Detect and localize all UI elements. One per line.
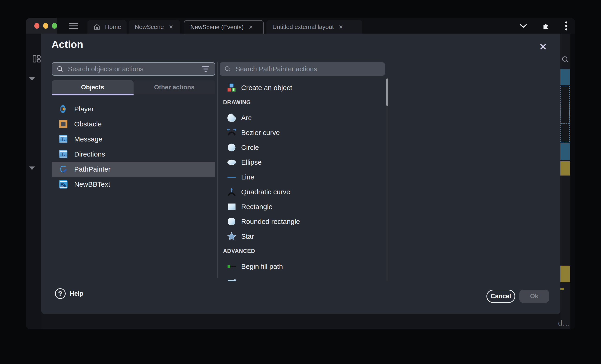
tab-newscene[interactable]: NewScene ×: [129, 20, 180, 34]
tab-close-icon[interactable]: ×: [248, 24, 253, 30]
help-button[interactable]: ? Help: [55, 288, 83, 299]
tab-label: Home: [105, 23, 121, 30]
tab-label: NewScene: [135, 23, 164, 30]
action-item-begin-fill-path[interactable]: Begin fill path: [220, 259, 385, 274]
scene-selection-dashed: [561, 86, 570, 142]
object-label: Player: [74, 105, 94, 113]
action-item-arc[interactable]: Arc: [220, 110, 385, 125]
panel-divider: [217, 62, 218, 278]
svg-text:x: x: [64, 138, 65, 142]
tree-collapse-arrow[interactable]: [29, 166, 35, 170]
ellipse-icon: [226, 157, 237, 168]
close-window-button[interactable]: [34, 23, 40, 29]
tab-label: Objects: [81, 84, 104, 91]
tab-newscene-events[interactable]: NewScene (Events) ×: [184, 20, 264, 34]
help-label: Help: [70, 290, 83, 297]
filter-icon[interactable]: [201, 65, 210, 73]
action-item-rectangle[interactable]: Rectangle: [220, 199, 385, 214]
dialog-close-button[interactable]: ×: [536, 40, 550, 54]
cancel-button[interactable]: Cancel: [486, 290, 515, 303]
objects-search-input[interactable]: [68, 65, 197, 73]
scene-object-block: [561, 69, 570, 85]
action-label: Rectangle: [241, 203, 272, 211]
action-item-star[interactable]: Star: [220, 229, 385, 244]
fill-path-partial-icon: [226, 279, 237, 281]
actions-search-box: [220, 62, 385, 76]
object-item-directions[interactable]: T x Directions: [52, 147, 215, 162]
chevron-down-icon[interactable]: [519, 23, 527, 29]
scene-object-block: [561, 288, 564, 290]
svg-text:T: T: [61, 136, 64, 142]
tab-close-icon[interactable]: ×: [169, 23, 174, 30]
action-item-create-an-object[interactable]: Create an object: [220, 80, 385, 95]
tab-other-actions[interactable]: Other actions: [134, 80, 215, 94]
action-label: Create an object: [241, 84, 292, 92]
actions-scrollbar-thumb[interactable]: [386, 78, 388, 106]
begin-fill-path-icon: [226, 261, 237, 272]
truncated-background-text: d...: [558, 319, 570, 327]
extensions-puzzle-icon[interactable]: [542, 21, 551, 30]
events-editor-left-edge: [26, 34, 41, 329]
pathpainter-icon: [59, 165, 68, 174]
minimize-window-button[interactable]: [43, 23, 48, 29]
tab-objects[interactable]: Objects: [52, 80, 134, 94]
action-item-partial[interactable]: [220, 277, 385, 281]
object-item-message[interactable]: T x Message: [52, 132, 215, 147]
object-label: PathPainter: [74, 165, 110, 173]
dialog-left-tabs: Objects Other actions: [52, 80, 215, 94]
create-object-icon: [226, 82, 237, 93]
action-item-rounded-rectangle[interactable]: Rounded rectangle: [220, 214, 385, 229]
object-label: Directions: [74, 150, 105, 158]
text-object-icon: T x: [59, 150, 68, 159]
action-item-line[interactable]: Line: [220, 170, 385, 184]
svg-text:T: T: [61, 152, 64, 157]
object-item-pathpainter[interactable]: PathPainter: [52, 162, 215, 177]
kebab-menu-icon[interactable]: [565, 21, 568, 31]
object-label: Obstacle: [74, 120, 101, 128]
action-label: Bezier curve: [241, 129, 280, 137]
scene-object-block: [561, 161, 570, 175]
object-item-newbbtext[interactable]: B b NewBBText: [52, 177, 215, 192]
layout-icon: [32, 55, 41, 64]
line-icon: [226, 172, 237, 182]
action-label: Quadratic curve: [241, 188, 290, 196]
zoom-window-button[interactable]: [52, 23, 57, 29]
object-label: NewBBText: [74, 180, 110, 188]
tree-collapse-arrow[interactable]: [29, 77, 35, 81]
action-item-ellipse[interactable]: Ellipse: [220, 155, 385, 170]
main-menu-icon[interactable]: [67, 21, 80, 30]
star-icon: [226, 231, 237, 242]
player-icon: [59, 105, 68, 114]
actions-scrollbar-track[interactable]: [386, 77, 388, 281]
circle-icon: [226, 142, 237, 153]
actions-search-input[interactable]: [235, 65, 381, 73]
help-icon: ?: [55, 288, 66, 299]
tab-close-icon[interactable]: ×: [338, 23, 343, 30]
section-header-drawing: DRAWING: [220, 97, 385, 108]
ok-button[interactable]: Ok: [519, 290, 549, 303]
text-object-icon: T x: [59, 134, 68, 144]
section-header-advanced: ADVANCED: [220, 246, 385, 256]
action-item-bezier-curve[interactable]: Bezier curve: [220, 125, 385, 140]
tab-untitled-external-layout[interactable]: Untitled external layout ×: [266, 20, 362, 34]
action-dialog: Action × Objects Other actions: [41, 34, 561, 314]
search-icon[interactable]: [561, 55, 570, 65]
action-item-quadratic-curve[interactable]: Quadratic curve: [220, 184, 385, 199]
action-label: Rounded rectangle: [241, 218, 300, 226]
search-icon: [224, 65, 231, 73]
screen: Home NewScene × NewScene (Events) × Unti…: [0, 0, 601, 364]
action-label: Arc: [241, 114, 251, 122]
tab-label: Other actions: [154, 84, 195, 91]
svg-text:b: b: [64, 183, 66, 187]
object-item-obstacle[interactable]: Obstacle: [52, 116, 215, 132]
object-label: Message: [74, 135, 102, 143]
rectangle-icon: [226, 201, 237, 212]
tab-home[interactable]: Home: [87, 20, 127, 34]
action-label: Ellipse: [241, 158, 261, 166]
search-icon: [56, 65, 64, 73]
action-label: Star: [241, 232, 254, 240]
object-item-player[interactable]: Player: [52, 101, 215, 116]
action-item-circle[interactable]: Circle: [220, 140, 385, 155]
scene-object-block: [561, 266, 570, 282]
home-icon: [93, 23, 100, 30]
